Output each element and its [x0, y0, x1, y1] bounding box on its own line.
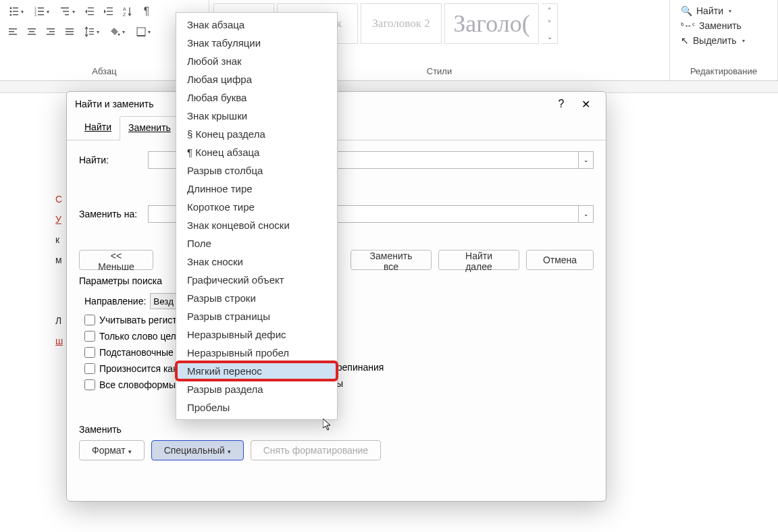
- find-what-dropdown[interactable]: ⌄: [579, 151, 594, 169]
- special-menu-item[interactable]: Разрыв столбца: [176, 161, 337, 180]
- special-menu-item[interactable]: Разрыв страницы: [176, 307, 337, 325]
- special-menu-item[interactable]: Знак сноски: [176, 252, 337, 271]
- svg-rect-33: [66, 31, 74, 32]
- cancel-button[interactable]: Отмена: [526, 250, 594, 270]
- svg-rect-9: [38, 11, 44, 12]
- svg-point-2: [10, 11, 12, 13]
- svg-rect-26: [28, 28, 36, 30]
- svg-rect-36: [89, 31, 94, 32]
- tab-find[interactable]: Найти: [76, 116, 120, 140]
- special-menu-item[interactable]: Длинное тире: [176, 180, 337, 198]
- svg-rect-24: [9, 31, 14, 32]
- special-menu-item[interactable]: Знак концевой сноски: [176, 216, 337, 234]
- svg-rect-20: [107, 14, 113, 15]
- svg-rect-34: [66, 34, 74, 35]
- align-right-button[interactable]: [42, 23, 59, 41]
- multilevel-list-button[interactable]: ▾: [55, 3, 80, 20]
- svg-rect-19: [107, 11, 113, 11]
- special-menu-item[interactable]: Знак абзаца: [176, 16, 337, 34]
- dialog-title: Найти и заменить: [75, 99, 153, 109]
- align-left-button[interactable]: [4, 23, 22, 41]
- select-label: Выделить: [693, 35, 737, 46]
- special-menu-item[interactable]: Неразрывный пробел: [176, 344, 337, 362]
- svg-rect-32: [66, 28, 74, 30]
- svg-rect-3: [13, 11, 18, 12]
- svg-rect-12: [61, 7, 69, 9]
- bullets-button[interactable]: ▾: [4, 3, 28, 20]
- replace-icon: ᵇ↔ᶜ: [681, 21, 695, 30]
- style-heading2[interactable]: Заголовок 2: [361, 3, 442, 44]
- style-scroll-down[interactable]: ˅: [542, 17, 557, 30]
- show-marks-button[interactable]: ¶: [138, 3, 155, 20]
- select-command[interactable]: ↖ Выделить ▾: [678, 34, 769, 47]
- dialog-close-button[interactable]: ✕: [573, 98, 598, 111]
- special-menu-item[interactable]: Мягкий перенос: [176, 362, 337, 380]
- find-next-button[interactable]: Найти далее: [438, 250, 519, 270]
- svg-rect-29: [47, 28, 55, 30]
- special-menu-item[interactable]: Разрыв раздела: [176, 380, 337, 398]
- svg-rect-25: [9, 34, 17, 35]
- svg-rect-39: [137, 28, 145, 36]
- svg-text:3: 3: [34, 13, 36, 17]
- ribbon-group-editing: 🔍 Найти ▾ ᵇ↔ᶜ Заменить ↖ Выделить ▾ Реда…: [670, 0, 778, 80]
- svg-rect-30: [49, 31, 55, 32]
- direction-label: Направление:: [84, 296, 146, 307]
- special-char-menu: Знак абзацаЗнак табуляцииЛюбой знакЛюбая…: [176, 12, 338, 420]
- special-menu-item[interactable]: Неразрывный дефис: [176, 325, 337, 344]
- find-label: Найти: [696, 5, 723, 16]
- svg-rect-17: [88, 14, 94, 15]
- special-menu-item[interactable]: Графический объект: [176, 271, 337, 289]
- style-heading-big[interactable]: Заголо(: [444, 3, 539, 44]
- style-gallery-scroll[interactable]: ˄ ˅ ⌄: [542, 3, 558, 44]
- svg-rect-1: [13, 7, 18, 9]
- svg-point-4: [10, 14, 12, 16]
- svg-rect-7: [38, 7, 44, 9]
- find-what-label: Найти:: [79, 155, 148, 165]
- numbering-button[interactable]: 123 ▾: [30, 3, 54, 20]
- special-button[interactable]: Специальный ▾: [151, 440, 244, 460]
- decrease-indent-button[interactable]: [81, 3, 99, 20]
- special-menu-item[interactable]: Пробелы: [176, 398, 337, 417]
- format-button[interactable]: Формат ▾: [79, 440, 145, 460]
- special-menu-item[interactable]: Знак табуляции: [176, 34, 337, 52]
- style-scroll-more[interactable]: ⌄: [542, 30, 557, 43]
- special-menu-item[interactable]: Короткое тире: [176, 198, 337, 216]
- special-menu-item[interactable]: Разрыв строки: [176, 289, 337, 307]
- search-icon: 🔍: [681, 5, 692, 16]
- special-menu-item[interactable]: ¶ Конец абзаца: [176, 143, 337, 161]
- svg-rect-11: [38, 14, 44, 16]
- sort-button[interactable]: AZ: [119, 3, 136, 20]
- special-menu-item[interactable]: Любая цифра: [176, 70, 337, 88]
- borders-button[interactable]: ▾: [131, 23, 155, 41]
- replace-all-button[interactable]: Заменить все: [351, 250, 432, 270]
- special-menu-item[interactable]: Поле: [176, 234, 337, 252]
- increase-indent-button[interactable]: [100, 3, 118, 20]
- special-menu-item[interactable]: § Конец раздела: [176, 125, 337, 143]
- less-button[interactable]: << Меньше: [79, 250, 153, 270]
- document-text-peek: СУкм Лш: [55, 189, 65, 351]
- special-menu-item[interactable]: Любой знак: [176, 52, 337, 70]
- svg-rect-27: [29, 31, 34, 32]
- line-spacing-button[interactable]: ▾: [80, 23, 104, 41]
- shading-button[interactable]: ▾: [105, 23, 130, 41]
- cursor-icon: ↖: [681, 35, 689, 46]
- replace-with-dropdown[interactable]: ⌄: [579, 205, 594, 223]
- align-justify-button[interactable]: [61, 23, 78, 41]
- replace-section-label: Заменить: [79, 424, 594, 435]
- svg-point-0: [10, 7, 12, 9]
- special-menu-item[interactable]: Любая буква: [176, 88, 337, 107]
- find-command[interactable]: 🔍 Найти ▾: [678, 4, 769, 18]
- no-formatting-button[interactable]: Снять форматирование: [251, 440, 381, 460]
- replace-label: Заменить: [699, 20, 742, 31]
- style-scroll-up[interactable]: ˄: [542, 4, 557, 17]
- svg-rect-37: [89, 34, 94, 34]
- align-center-button[interactable]: [23, 23, 41, 41]
- special-menu-item[interactable]: Знак крышки: [176, 107, 337, 125]
- editing-label: Редактирование: [674, 65, 773, 79]
- tab-replace[interactable]: Заменить: [120, 116, 180, 140]
- dialog-help-button[interactable]: ?: [549, 98, 573, 110]
- paragraph-label: Абзац: [4, 65, 205, 79]
- svg-rect-16: [88, 11, 94, 11]
- svg-rect-5: [13, 14, 18, 16]
- replace-command[interactable]: ᵇ↔ᶜ Заменить: [678, 19, 769, 32]
